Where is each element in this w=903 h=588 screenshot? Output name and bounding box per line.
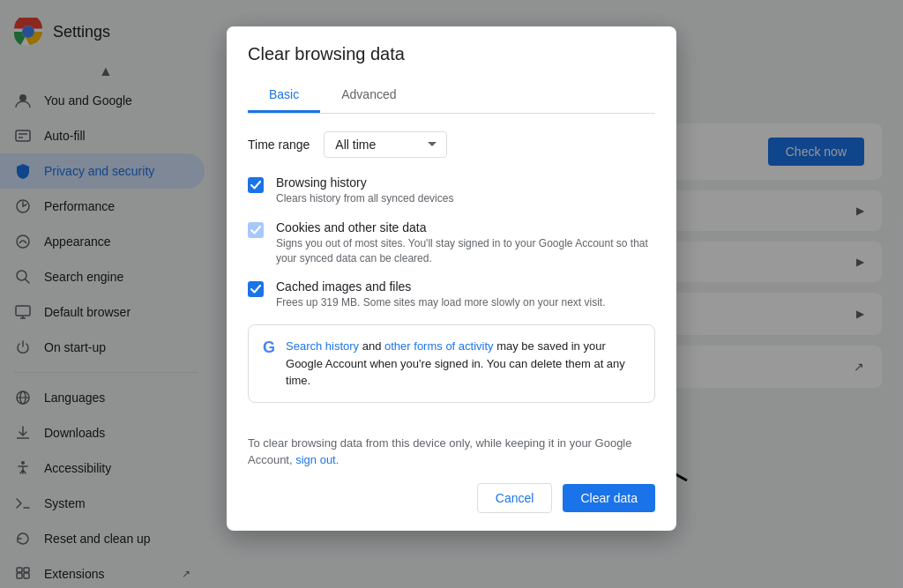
dialog-body: Time range All time Last hour Last 24 ho… (227, 114, 676, 424)
browsing-history-label: Browsing history (276, 175, 655, 190)
dialog-tabs: Basic Advanced (248, 78, 655, 114)
dialog-footer: To clear browsing data from this device … (227, 424, 676, 531)
checkbox-cookies-input[interactable] (248, 222, 264, 238)
checkbox-browsing-history-input[interactable] (248, 177, 264, 193)
time-range-label: Time range (248, 138, 310, 152)
other-forms-link[interactable]: other forms of activity (384, 339, 494, 353)
cancel-button[interactable]: Cancel (477, 483, 553, 513)
checkbox-cookies: Cookies and other site data Signs you ou… (248, 220, 655, 266)
info-box: G Search history and other forms of acti… (248, 324, 655, 403)
time-range-row: Time range All time Last hour Last 24 ho… (248, 131, 655, 158)
dialog-actions: Cancel Clear data (248, 483, 655, 513)
clear-browsing-data-dialog: Clear browsing data Basic Advanced Time … (227, 26, 676, 531)
search-history-link[interactable]: Search history (286, 339, 359, 353)
checkbox-cached: Cached images and files Frees up 319 MB.… (248, 279, 655, 310)
dialog-header: Clear browsing data Basic Advanced (227, 26, 676, 114)
cookies-label: Cookies and other site data (276, 220, 655, 234)
cached-label: Cached images and files (276, 279, 655, 294)
checkbox-browsing-history: Browsing history Clears history from all… (248, 175, 655, 206)
tab-basic[interactable]: Basic (248, 78, 320, 113)
cookies-desc: Signs you out of most sites. You'll stay… (276, 236, 655, 266)
clear-data-button[interactable]: Clear data (563, 484, 655, 512)
modal-overlay: Clear browsing data Basic Advanced Time … (0, 0, 903, 588)
browsing-history-desc: Clears history from all synced devices (276, 191, 655, 206)
info-text: Search history and other forms of activi… (286, 338, 640, 390)
tab-advanced[interactable]: Advanced (320, 78, 417, 113)
footer-note: To clear browsing data from this device … (248, 435, 655, 469)
google-g-icon: G (263, 339, 275, 357)
dialog-title: Clear browsing data (248, 44, 655, 64)
checkbox-cached-input[interactable] (248, 281, 264, 297)
cached-desc: Frees up 319 MB. Some sites may load mor… (276, 295, 655, 310)
sign-out-link[interactable]: sign out (295, 453, 336, 466)
time-range-select[interactable]: All time Last hour Last 24 hours Last 7 … (324, 131, 447, 158)
